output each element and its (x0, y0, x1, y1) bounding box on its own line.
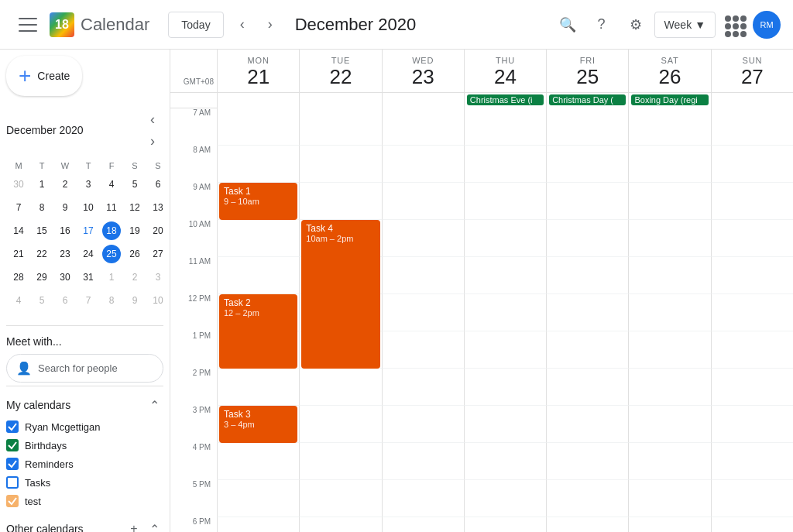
mini-cal-day[interactable]: 10 (147, 290, 169, 311)
mini-cal-day[interactable]: 4 (101, 173, 122, 195)
day-number[interactable]: 21 (218, 65, 299, 89)
holiday-badge[interactable]: Boxing Day (regi (631, 94, 708, 105)
time-slot[interactable] (546, 331, 628, 369)
time-slot[interactable] (382, 369, 464, 406)
mini-cal-day[interactable]: 25 (101, 243, 122, 265)
mini-cal-prev-button[interactable]: ‹ (142, 108, 163, 130)
time-slot[interactable] (628, 220, 710, 257)
mini-cal-day[interactable]: 11 (101, 197, 122, 218)
calendar-item[interactable]: Birthdays (6, 436, 163, 455)
mini-cal-day[interactable]: 28 (8, 266, 29, 288)
mini-cal-day[interactable]: 7 (77, 290, 99, 311)
calendar-item[interactable]: Ryan Mcgettigan (6, 417, 163, 436)
time-slot[interactable] (546, 183, 628, 220)
time-slot[interactable] (711, 517, 793, 532)
mini-cal-day[interactable]: 6 (147, 173, 169, 195)
search-people-input[interactable]: 👤 Search for people (6, 354, 163, 383)
time-slot[interactable] (628, 108, 710, 146)
mini-cal-day[interactable]: 8 (101, 290, 122, 311)
mini-cal-day[interactable]: 6 (54, 290, 76, 311)
mini-cal-day[interactable]: 24 (77, 243, 99, 265)
time-slot[interactable] (382, 183, 464, 220)
event-block[interactable]: Task 1 9 – 10am (219, 183, 297, 220)
mini-cal-day[interactable]: 5 (31, 290, 53, 311)
time-slot[interactable] (628, 443, 710, 480)
day-number[interactable]: 22 (300, 65, 381, 89)
mini-cal-day[interactable]: 2 (124, 266, 146, 288)
mini-cal-day[interactable]: 21 (8, 243, 29, 265)
time-slot[interactable] (217, 108, 299, 146)
day-number[interactable]: 25 (547, 65, 628, 89)
mini-cal-day[interactable]: 1 (101, 266, 122, 288)
time-slot[interactable] (464, 369, 546, 406)
menu-button[interactable] (12, 9, 43, 40)
mini-cal-next-button[interactable]: › (142, 130, 163, 152)
mini-cal-day[interactable]: 1 (31, 173, 53, 195)
mini-cal-day[interactable]: 8 (31, 197, 53, 218)
time-slot[interactable] (217, 443, 299, 480)
time-slot[interactable] (546, 220, 628, 257)
time-slot[interactable] (628, 480, 710, 517)
holiday-badge[interactable]: Christmas Day ( (549, 94, 626, 105)
time-slot[interactable] (217, 220, 299, 257)
holiday-badge[interactable]: Christmas Eve (i (467, 94, 544, 105)
day-number[interactable]: 26 (629, 65, 710, 89)
mini-cal-day[interactable]: 15 (31, 220, 53, 242)
time-slot[interactable] (382, 406, 464, 443)
time-slot[interactable] (217, 480, 299, 517)
my-calendars-title[interactable]: My calendars (6, 399, 70, 411)
time-slot[interactable] (299, 108, 381, 146)
mini-cal-day[interactable]: 30 (54, 266, 76, 288)
mini-cal-day[interactable]: 22 (31, 243, 53, 265)
other-calendars-title[interactable]: Other calendars (6, 523, 84, 532)
time-slot[interactable] (464, 294, 546, 331)
event-block[interactable]: Task 2 12 – 2pm (219, 294, 297, 369)
time-slot[interactable] (628, 369, 710, 406)
help-button[interactable]: ? (586, 9, 617, 40)
time-slot[interactable] (464, 517, 546, 532)
mini-cal-day[interactable]: 17 (77, 220, 99, 242)
time-slot[interactable]: Task 1 9 – 10am (217, 183, 299, 220)
time-slot[interactable] (299, 369, 381, 406)
time-slot[interactable] (382, 146, 464, 183)
time-slot[interactable] (628, 406, 710, 443)
time-slot[interactable] (546, 406, 628, 443)
today-button[interactable]: Today (168, 12, 223, 38)
time-slot[interactable] (299, 146, 381, 183)
time-slot[interactable] (711, 369, 793, 406)
create-button[interactable]: + Create (6, 56, 82, 96)
time-slot[interactable] (711, 146, 793, 183)
my-calendars-collapse-button[interactable]: ⌃ (145, 396, 163, 414)
mini-cal-day[interactable]: 27 (147, 243, 169, 265)
mini-cal-day[interactable]: 20 (147, 220, 169, 242)
day-number[interactable]: 27 (712, 65, 793, 89)
time-slot[interactable] (382, 517, 464, 532)
day-number[interactable]: 23 (383, 65, 464, 89)
mini-cal-day[interactable]: 30 (8, 173, 29, 195)
time-slot[interactable] (546, 480, 628, 517)
mini-cal-day[interactable]: 5 (124, 173, 146, 195)
time-slot[interactable] (299, 480, 381, 517)
time-slot[interactable]: Task 2 12 – 2pm (217, 294, 299, 331)
settings-button[interactable]: ⚙ (620, 9, 651, 40)
time-slot[interactable] (299, 443, 381, 480)
mini-cal-day[interactable]: 18 (101, 220, 122, 242)
day-number[interactable]: 24 (465, 65, 546, 89)
time-slot[interactable] (382, 480, 464, 517)
mini-cal-day[interactable]: 9 (54, 197, 76, 218)
mini-cal-day[interactable]: 13 (147, 197, 169, 218)
time-slot[interactable]: Task 3 3 – 4pm (217, 406, 299, 443)
time-slot[interactable] (711, 443, 793, 480)
time-slot[interactable] (628, 331, 710, 369)
time-slot[interactable] (546, 108, 628, 146)
time-slot[interactable] (711, 480, 793, 517)
apps-button[interactable] (719, 9, 750, 40)
mini-cal-day[interactable]: 12 (124, 197, 146, 218)
calendar-item[interactable]: test (6, 492, 163, 510)
add-other-calendar-button[interactable]: + (125, 520, 143, 532)
time-slot[interactable] (382, 220, 464, 257)
time-slot[interactable] (217, 257, 299, 294)
time-slot[interactable] (546, 294, 628, 331)
calendar-item[interactable]: Tasks (6, 473, 163, 492)
event-block[interactable]: Task 3 3 – 4pm (219, 406, 297, 443)
